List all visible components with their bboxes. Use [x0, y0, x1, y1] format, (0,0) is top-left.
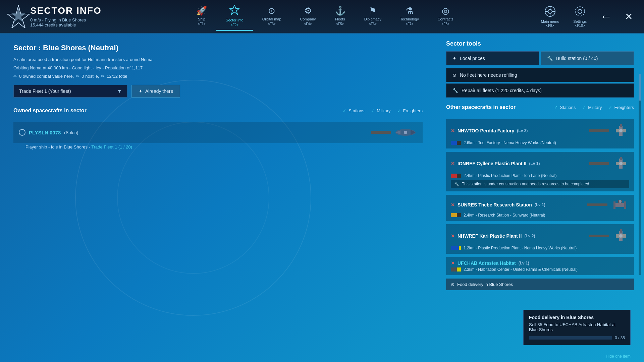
- svg-point-30: [619, 234, 623, 238]
- other-check-stations: ✓: [554, 105, 558, 110]
- nhwtoo-name[interactable]: NHWTOO Perdita Factory: [458, 128, 514, 133]
- nav-ship[interactable]: 🚀 Ship<F1>: [187, 3, 216, 30]
- ufchab-name[interactable]: UFCHAB Adrastea Habitat: [458, 260, 516, 266]
- game-logo: [7, 5, 30, 28]
- nav-diplomacy[interactable]: ⚑ Diplomacy<F6>: [355, 3, 391, 30]
- svg-point-21: [619, 162, 623, 165]
- svg-point-27: [619, 200, 622, 203]
- settings-button[interactable]: Settings<F10>: [568, 4, 592, 29]
- svg-rect-22: [620, 157, 622, 160]
- nav-technology[interactable]: ⚗ Technology<F7>: [391, 3, 428, 30]
- svg-rect-31: [620, 229, 622, 233]
- nav-company-label: Company<F4>: [300, 17, 316, 26]
- nhwref-image: [612, 228, 629, 244]
- construction-icon: 🔧: [454, 182, 459, 186]
- close-button[interactable]: ✕: [620, 11, 637, 22]
- diplomacy-icon: ⚑: [369, 6, 377, 16]
- repair-icon: 🔧: [452, 88, 458, 93]
- nav-company[interactable]: ⚙ Company<F4>: [291, 3, 325, 30]
- player-speed: 0 m/s - Flying in Blue Shores: [30, 17, 102, 22]
- nhwref-name[interactable]: NHWREF Kari Plastic Plant II: [458, 233, 522, 239]
- main-menu-button[interactable]: Main menu<F9>: [536, 4, 565, 29]
- nhwtoo-image: [612, 122, 629, 139]
- nav-diplomacy-label: Diplomacy<F6>: [364, 17, 381, 26]
- ufchab-name-row: ✕ UFCHAB Adrastea Habitat (Lv 1): [451, 260, 529, 266]
- ufchab-faction-bar: [451, 267, 461, 272]
- fleets-icon: ⚓: [335, 6, 345, 16]
- nhwref-bar: [589, 235, 609, 237]
- svg-rect-23: [614, 203, 626, 207]
- nav-sector-label: Sector info<F2>: [226, 18, 244, 27]
- other-filter-military: ✓ Military: [582, 105, 602, 110]
- already-there-button[interactable]: ✦ Already there: [131, 85, 180, 98]
- sunres-detail-text: 2.4km - Research Station - Sunward (Neut…: [464, 213, 545, 218]
- scroll-thumb[interactable]: [639, 74, 641, 101]
- nhwref-detail: 1.2km - Plastic Production Plant - Nema …: [451, 246, 629, 250]
- contracts-icon: ◎: [442, 6, 449, 16]
- sunres-detail: 2.4km - Research Station - Sunward (Neut…: [451, 213, 629, 218]
- owned-filter-stations: ✓ Stations: [343, 108, 364, 113]
- spacecraft-fleet-link[interactable]: Trade Fleet 1 (1 / 20): [91, 144, 132, 149]
- sunres-name[interactable]: SUNRES Thebe Research Station: [458, 202, 532, 207]
- check-stations-icon: ✓: [343, 108, 346, 113]
- nhwtoo-bar: [589, 129, 609, 132]
- nhwref-name-row: ✕ NHWREF Kari Plastic Plant II (Lv 2): [451, 233, 535, 239]
- scroll-track[interactable]: [639, 74, 641, 275]
- orbital-map-icon: ⊙: [268, 6, 275, 16]
- other-filters: ✓ Stations ✓ Military ✓ Freighters: [554, 105, 634, 110]
- nav-contracts-label: Contracts<F8>: [438, 17, 453, 26]
- nhwtoo-level: (Lv 2): [517, 128, 528, 133]
- other-filter-freighters: ✓ Freighters: [608, 105, 634, 110]
- check-military-icon: ✓: [371, 108, 375, 113]
- nhwref-level: (Lv 2): [524, 234, 535, 238]
- spacecraft-name-link[interactable]: PLYSLN 0078: [29, 130, 61, 135]
- nav-sector-info[interactable]: Sector info<F2>: [216, 2, 253, 31]
- svg-point-4: [548, 9, 552, 13]
- owned-spacecrafts-section: Owned spacecrafts in sector ✓ Stations ✓…: [13, 108, 423, 149]
- nhwtoo-visual: [589, 122, 629, 139]
- sector-combat: ✏ 0 owned combat value here, ✏ 0 hostile…: [13, 74, 423, 79]
- tooltip-title: Food delivery in Blue Shores: [529, 315, 625, 320]
- nav-technology-label: Technology<F7>: [400, 17, 419, 26]
- sector-tools-title: Sector tools: [446, 40, 634, 47]
- nhwref-cross-icon: ✕: [451, 233, 455, 239]
- fleet-selected-label: Trade Fleet 1 (Your fleet): [19, 88, 71, 94]
- build-station-icon: 🔧: [547, 56, 553, 61]
- owned-spacecraft-item: PLYSLN 0078 (Solen): [13, 122, 423, 143]
- nav-fleets[interactable]: ⚓ Fleets<F5>: [325, 3, 355, 30]
- construction-text: This station is under construction and n…: [462, 182, 589, 186]
- svg-marker-2: [229, 5, 239, 14]
- repair-all-fleets-button[interactable]: 🔧 Repair all fleets (1,220 credits, 4 da…: [446, 83, 634, 98]
- local-prices-button[interactable]: ✦ Local prices: [446, 51, 539, 65]
- fleet-selector[interactable]: Trade Fleet 1 (Your fleet) ▼: [13, 85, 127, 98]
- settings-icon: [574, 6, 586, 19]
- ionref-name[interactable]: IONREF Cyllene Plastic Plant II: [458, 161, 526, 166]
- sunres-visual: [587, 198, 629, 212]
- filter-stations-label: Stations: [348, 108, 364, 113]
- ufchab-cross-icon: ✕: [451, 260, 455, 266]
- nav-orbital-map[interactable]: ⊙ Orbital map<F3>: [253, 3, 291, 30]
- nhwref-detail-text: 1.2km - Plastic Production Plant - Nema …: [464, 246, 577, 250]
- sunres-cross-icon: ✕: [451, 202, 455, 207]
- already-there-icon: ✦: [139, 88, 143, 94]
- spacecraft-status-circle: [19, 129, 25, 136]
- right-controls: Main menu<F9> Settings<F10> ← ✕: [536, 4, 644, 29]
- build-station-label: Build station (0 / 40): [556, 56, 598, 61]
- food-progress-container: 0 / 35: [529, 336, 625, 340]
- ionref-image: [612, 155, 629, 172]
- back-button[interactable]: ←: [595, 9, 617, 23]
- no-fleet-refill-button[interactable]: ⊙ No fleet here needs refilling: [446, 68, 634, 82]
- sunres-level: (Lv 1): [535, 202, 545, 207]
- spacecraft-owner: (Solen): [64, 130, 78, 135]
- nhwtoo-faction-bar: [451, 141, 461, 145]
- other-spacecraft-nhwref: ✕ NHWREF Kari Plastic Plant II (Lv 2): [446, 224, 634, 254]
- nav-contracts[interactable]: ◎ Contracts<F8>: [428, 3, 463, 30]
- sector-title: Sector : Blue Shores (Neutral): [13, 44, 423, 52]
- food-delivery-task[interactable]: ⊙ Food delivery in Blue Shores: [446, 279, 634, 290]
- build-station-button[interactable]: 🔧 Build station (0 / 40): [541, 51, 634, 65]
- already-there-label: Already there: [145, 88, 173, 94]
- sector-orbit: Orbiting Nema at 40,000 km - Good light …: [13, 65, 423, 70]
- nhwtoo-detail-text: 2.6km - Tool Factory - Nema Heavy Works …: [464, 140, 556, 145]
- owned-filter-freighters: ✓ Freighters: [397, 108, 423, 113]
- player-credits: 15,444 credits available: [30, 22, 102, 27]
